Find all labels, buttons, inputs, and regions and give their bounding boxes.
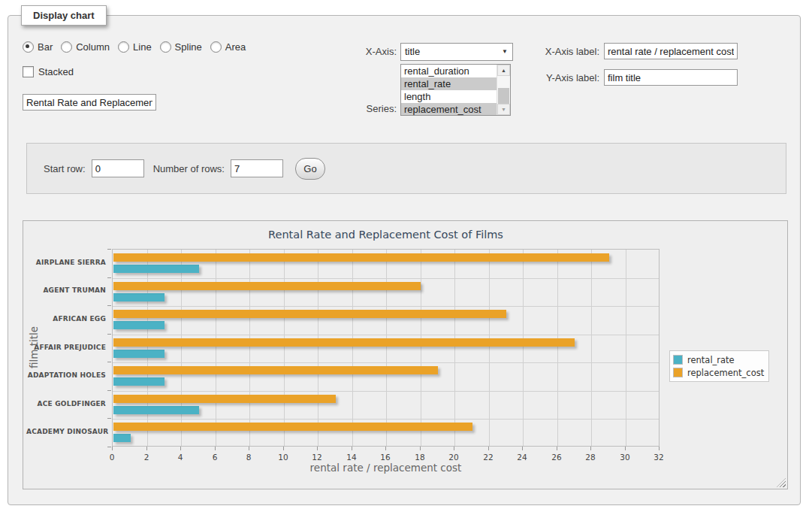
x-tick-label: 14 [339, 453, 364, 462]
legend-label: rental_rate [687, 355, 735, 365]
x-axis-tick [522, 447, 523, 450]
x-axis-tick [557, 447, 557, 450]
x-tick-label: 2 [134, 453, 159, 462]
x-axis-tick [112, 447, 113, 450]
chart-type-radio-area[interactable]: Area [210, 41, 246, 53]
x-axis-tick [385, 447, 386, 450]
checkbox-icon[interactable] [23, 66, 34, 77]
chart-title: Rental Rate and Replacement Cost of Film… [112, 229, 660, 241]
y-axis-tick [107, 447, 111, 447]
bar-replacement_cost [113, 253, 609, 262]
category-label: ADAPTATION HOLES [26, 371, 106, 379]
x-tick-label: 0 [99, 453, 125, 462]
grid-line-vertical [421, 250, 421, 446]
grid-line-vertical [626, 250, 626, 446]
bar-replacement_cost [113, 310, 506, 318]
start-row-input[interactable] [92, 159, 144, 177]
grid-line-vertical [591, 250, 592, 446]
x-tick-label: 22 [475, 453, 501, 462]
radio-icon[interactable] [118, 41, 129, 53]
chart-type-radio-column[interactable]: Column [61, 41, 110, 53]
x-tick-label: 28 [578, 453, 603, 462]
x-axis-tick [283, 447, 284, 450]
category-label: AFRICAN EGG [26, 315, 106, 323]
bar-rental_rate [113, 377, 165, 386]
series-listbox[interactable]: rental_durationrental_ratelengthreplacem… [400, 64, 511, 116]
radio-icon[interactable] [61, 41, 72, 53]
scrollbar-thumb[interactable] [498, 88, 509, 105]
grid-line-vertical [386, 250, 387, 446]
scroll-up-icon[interactable]: ▲ [497, 65, 510, 76]
x-axis-select[interactable]: title ▼ [400, 43, 513, 61]
grid-line-vertical [489, 250, 490, 446]
grid-line-vertical [147, 250, 148, 446]
series-option-length[interactable]: length [401, 90, 497, 103]
x-tick-label: 26 [544, 453, 569, 462]
x-axis-title: rental rate / replacement cost [112, 462, 660, 474]
radio-icon[interactable] [160, 41, 171, 53]
y-axis-title: film title [28, 326, 40, 368]
bar-rental_rate [113, 265, 199, 273]
number-of-rows-label: Number of rows: [153, 163, 225, 174]
grid-line-vertical [181, 250, 182, 446]
scroll-down-icon[interactable]: ▼ [497, 104, 510, 115]
x-tick-label: 8 [236, 453, 261, 462]
plot-area [112, 249, 660, 447]
panel-legend: Display chart [21, 5, 107, 26]
x-axis-tick [454, 447, 454, 450]
x-tick-label: 6 [202, 453, 228, 462]
radio-label: Line [133, 41, 152, 53]
legend-label: replacement_cost [687, 368, 764, 378]
bar-replacement_cost [113, 395, 336, 403]
x-axis-tick [625, 447, 626, 450]
chart-title-input[interactable] [23, 94, 156, 111]
y-axis-tick [107, 362, 111, 362]
chart-type-radio-spline[interactable]: Spline [160, 41, 202, 53]
grid-line-vertical [284, 250, 285, 446]
start-row-label: Start row: [44, 163, 86, 174]
bar-rental_rate [113, 406, 199, 414]
bar-replacement_cost [113, 338, 575, 347]
chart-type-radio-bar[interactable]: Bar [23, 41, 53, 53]
resize-grip-icon[interactable] [777, 478, 786, 487]
x-tick-label: 4 [168, 453, 193, 462]
x-axis-selected-value: title [405, 46, 420, 57]
number-of-rows-input[interactable] [231, 159, 283, 177]
radio-icon[interactable] [210, 41, 222, 53]
series-select-label: Series: [323, 103, 397, 114]
stacked-row: Stacked [23, 66, 82, 80]
x-tick-label: 30 [612, 453, 638, 462]
series-option-rental_rate[interactable]: rental_rate [401, 77, 497, 90]
grid-line-vertical [523, 250, 524, 446]
x-axis-tick [317, 447, 318, 450]
bar-replacement_cost [113, 366, 438, 374]
grid-line-horizontal [113, 391, 659, 392]
stacked-label: Stacked [38, 66, 74, 77]
chart-container: Rental Rate and Replacement Cost of Film… [23, 220, 788, 489]
series-option-rental_duration[interactable]: rental_duration [401, 65, 497, 77]
x-axis-tick [420, 447, 421, 450]
grid-line-vertical [249, 250, 250, 446]
chart-type-radio-group: BarColumnLineSplineArea [23, 41, 254, 55]
grid-line-horizontal [113, 278, 659, 279]
bar-rental_rate [113, 321, 165, 329]
x-axis-tick [180, 447, 181, 450]
y-axis-tick [107, 249, 111, 250]
chevron-down-icon[interactable]: ▼ [502, 44, 508, 60]
x-tick-label: 10 [270, 453, 296, 462]
radio-icon[interactable] [23, 41, 34, 53]
series-scrollbar[interactable]: ▲ ▼ [497, 65, 510, 115]
x-axis-tick [215, 447, 216, 450]
stacked-checkbox[interactable]: Stacked [23, 66, 74, 77]
chart-type-radio-line[interactable]: Line [118, 41, 152, 53]
y-axis-tick [107, 390, 111, 391]
category-label: AIRPLANE SIERRA [26, 259, 106, 266]
go-button[interactable]: Go [295, 158, 325, 180]
y-axis-label-input[interactable] [604, 69, 738, 86]
x-tick-label: 16 [373, 453, 398, 462]
series-option-replacement_cost[interactable]: replacement_cost [401, 103, 497, 116]
x-axis-label-input[interactable] [604, 43, 738, 59]
y-axis-tick [107, 334, 111, 335]
x-axis-tick [659, 447, 660, 450]
radio-label: Spline [175, 41, 202, 53]
